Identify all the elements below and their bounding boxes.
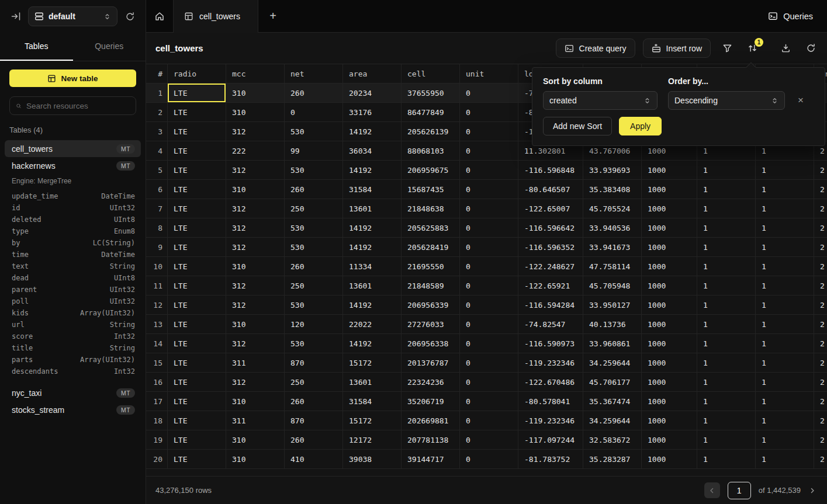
cell[interactable]: 1	[756, 315, 814, 333]
cell[interactable]: 15687435	[402, 180, 460, 199]
cell[interactable]: 1	[756, 296, 814, 314]
column-header[interactable]: radio	[168, 64, 226, 83]
cell[interactable]: 15172	[343, 411, 402, 430]
cell[interactable]: 1000	[642, 315, 697, 333]
cell[interactable]: 530	[285, 334, 343, 353]
cell[interactable]: 1	[697, 353, 756, 372]
cell[interactable]: 0	[460, 84, 518, 102]
next-page-button[interactable]	[808, 486, 816, 495]
cell[interactable]: 1	[756, 392, 814, 411]
cell[interactable]: 13601	[343, 276, 402, 295]
cell[interactable]: 1	[756, 334, 814, 353]
prev-page-button[interactable]	[704, 482, 720, 498]
cell[interactable]: 0	[460, 315, 518, 333]
cell[interactable]: 530	[285, 218, 343, 237]
cell[interactable]: 0	[460, 122, 518, 141]
row-number[interactable]: 4	[146, 141, 168, 160]
cell[interactable]: 2	[814, 353, 827, 372]
cell[interactable]: 34.259644	[583, 353, 642, 372]
cell[interactable]: -116.596848	[518, 161, 583, 179]
row-number[interactable]: 20	[146, 450, 168, 468]
column-header[interactable]: cell	[402, 64, 460, 83]
sort-button[interactable]: 1	[743, 40, 761, 57]
cell[interactable]: 45.706177	[583, 373, 642, 391]
cell[interactable]: 33.960861	[583, 334, 642, 353]
cell[interactable]: 37655950	[402, 84, 460, 102]
cell[interactable]: 1000	[642, 238, 697, 256]
column-header[interactable]: unit	[460, 64, 518, 83]
cell[interactable]: LTE	[168, 373, 226, 391]
create-query-button[interactable]: Create query	[556, 39, 635, 58]
cell[interactable]: LTE	[168, 430, 226, 449]
cell[interactable]: 530	[285, 238, 343, 256]
cell[interactable]: 250	[285, 199, 343, 218]
cell[interactable]: 311	[226, 353, 285, 372]
cell[interactable]: 1000	[642, 450, 697, 468]
cell[interactable]: 14192	[343, 238, 402, 256]
remove-sort-button[interactable]: ×	[798, 91, 804, 110]
cell[interactable]: 1	[697, 430, 756, 449]
cell[interactable]: 312	[226, 199, 285, 218]
cell[interactable]: 310	[226, 180, 285, 199]
cell[interactable]: 33.939693	[583, 161, 642, 179]
new-tab-button[interactable]: +	[258, 9, 288, 23]
cell[interactable]: 0	[460, 103, 518, 121]
cell[interactable]: 27276033	[402, 315, 460, 333]
cell[interactable]: LTE	[168, 276, 226, 295]
cell[interactable]: LTE	[168, 84, 226, 102]
cell[interactable]: 13601	[343, 373, 402, 391]
cell[interactable]: 206956339	[402, 296, 460, 314]
cell[interactable]: LTE	[168, 296, 226, 314]
cell[interactable]: 0	[460, 141, 518, 160]
cell[interactable]: 13601	[343, 199, 402, 218]
cell[interactable]: 2	[814, 199, 827, 218]
cell[interactable]: 205626139	[402, 122, 460, 141]
cell[interactable]: 1000	[642, 276, 697, 295]
row-number[interactable]: 14	[146, 334, 168, 353]
cell[interactable]: 1	[697, 450, 756, 468]
cell[interactable]: 2	[814, 296, 827, 314]
cell[interactable]: -116.594284	[518, 296, 583, 314]
cell[interactable]: 33.941673	[583, 238, 642, 256]
row-number[interactable]: 17	[146, 392, 168, 411]
cell[interactable]: 310	[226, 430, 285, 449]
cell[interactable]: 250	[285, 373, 343, 391]
row-number[interactable]: 13	[146, 315, 168, 333]
cell[interactable]: 530	[285, 122, 343, 141]
cell[interactable]: 0	[460, 411, 518, 430]
cell[interactable]: LTE	[168, 353, 226, 372]
cell[interactable]: 33.940536	[583, 218, 642, 237]
cell[interactable]: 0	[460, 353, 518, 372]
cell[interactable]: 0	[285, 103, 343, 121]
cell[interactable]: 35.383408	[583, 180, 642, 199]
cell[interactable]: 1000	[642, 199, 697, 218]
cell[interactable]: 22022	[343, 315, 402, 333]
collapse-sidebar-button[interactable]	[8, 9, 23, 24]
cell[interactable]: 1	[756, 238, 814, 256]
cell[interactable]: 312	[226, 276, 285, 295]
cell[interactable]: 1	[697, 199, 756, 218]
cell[interactable]: LTE	[168, 180, 226, 199]
cell[interactable]: -74.82547	[518, 315, 583, 333]
cell[interactable]: 39144717	[402, 450, 460, 468]
cell[interactable]: 1000	[642, 334, 697, 353]
cell[interactable]: 1	[756, 353, 814, 372]
cell[interactable]: -80.578041	[518, 392, 583, 411]
cell[interactable]: 530	[285, 161, 343, 179]
cell[interactable]: 1000	[642, 161, 697, 179]
row-number[interactable]: 11	[146, 276, 168, 295]
cell[interactable]: 1000	[642, 218, 697, 237]
cell[interactable]: LTE	[168, 411, 226, 430]
cell[interactable]: 202669881	[402, 411, 460, 430]
row-number[interactable]: 19	[146, 430, 168, 449]
cell[interactable]: 530	[285, 296, 343, 314]
cell[interactable]: 1	[756, 430, 814, 449]
cell[interactable]: 31584	[343, 180, 402, 199]
row-number[interactable]: 1	[146, 84, 168, 102]
cell[interactable]: 36034	[343, 141, 402, 160]
cell[interactable]: 201376787	[402, 353, 460, 372]
cell[interactable]: 2	[814, 334, 827, 353]
cell[interactable]: 1	[697, 373, 756, 391]
cell[interactable]: 0	[460, 199, 518, 218]
cell[interactable]: 31584	[343, 392, 402, 411]
